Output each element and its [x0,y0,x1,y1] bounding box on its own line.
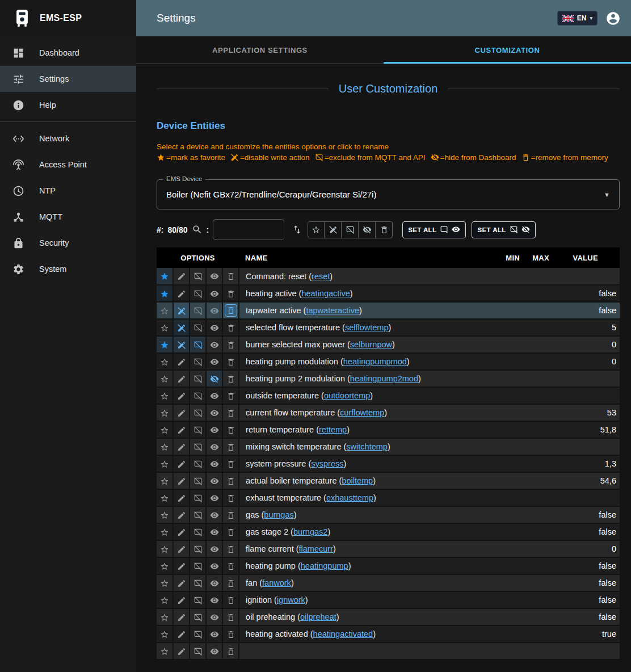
search-input[interactable] [213,219,284,240]
mqtt-exclude-toggle[interactable] [190,421,206,438]
mqtt-exclude-toggle[interactable] [190,353,206,370]
delete-toggle[interactable] [222,302,239,319]
delete-toggle[interactable] [222,268,239,285]
delete-toggle[interactable] [222,472,239,489]
edit-toggle[interactable] [173,574,190,591]
edit-toggle[interactable] [173,523,190,540]
device-select[interactable]: EMS Device Boiler (Nefit GBx72/Trendline… [157,179,620,209]
favorite-toggle[interactable] [157,455,173,472]
mqtt-exclude-toggle[interactable] [190,285,206,302]
favorite-toggle[interactable] [157,642,173,660]
mqtt-exclude-toggle[interactable] [190,370,206,387]
language-selector[interactable]: EN ▾ [557,11,598,26]
edit-toggle[interactable] [173,625,190,642]
favorite-toggle[interactable] [157,387,173,404]
account-icon[interactable] [605,11,621,26]
entity-shortname-link[interactable]: syspress [311,459,343,468]
entity-row[interactable]: burner selected max power (selburnpow)0 [157,336,620,353]
set-all-button-2[interactable]: SET ALL [472,221,535,238]
favorite-toggle[interactable] [157,404,173,421]
visibility-toggle[interactable] [206,608,222,625]
delete-toggle[interactable] [222,574,239,591]
favorite-toggle[interactable] [157,319,173,336]
favorite-toggle[interactable] [157,421,173,438]
edit-toggle[interactable] [173,642,190,660]
mqtt-exclude-toggle[interactable] [190,302,206,319]
delete-toggle[interactable] [222,370,239,387]
entity-row[interactable]: selected flow temperature (selflowtemp)5 [157,319,620,336]
mqtt-exclude-toggle[interactable] [190,489,206,506]
filter-toggle-edit-off[interactable] [325,221,342,238]
visibility-toggle[interactable] [206,506,222,523]
favorite-toggle[interactable] [157,302,173,319]
delete-toggle[interactable] [222,455,239,472]
entity-row[interactable]: flame current (flamecurr)0 [157,540,620,557]
edit-toggle[interactable] [173,489,190,506]
visibility-toggle[interactable] [206,523,222,540]
edit-toggle[interactable] [173,540,190,557]
favorite-toggle[interactable] [157,370,173,387]
sidebar-item-settings[interactable]: Settings [0,66,136,92]
delete-toggle[interactable] [222,489,239,506]
entity-shortname-link[interactable]: heatingactivated [313,629,373,639]
mqtt-exclude-toggle[interactable] [190,574,206,591]
entity-row[interactable]: heating pump (heatingpump)false [157,557,620,574]
favorite-toggle[interactable] [157,625,173,642]
delete-toggle[interactable] [222,506,239,523]
favorite-toggle[interactable] [157,557,173,574]
entity-row[interactable]: return temperature (rettemp)51,8 [157,421,620,438]
entity-shortname-link[interactable]: curflowtemp [340,408,384,417]
delete-toggle[interactable] [222,336,239,353]
entity-row[interactable]: tapwater active (tapwateractive)false [157,302,620,319]
edit-toggle[interactable] [173,506,190,523]
entity-row[interactable]: mixing switch temperature (switchtemp) [157,438,620,455]
edit-toggle[interactable] [173,421,190,438]
visibility-toggle[interactable] [206,489,222,506]
entity-row[interactable]: Command: reset (reset) [157,268,620,285]
entity-row[interactable]: outside temperature (outdoortemp) [157,387,620,404]
favorite-toggle[interactable] [157,336,173,353]
entity-shortname-link[interactable]: burngas [264,510,293,519]
delete-toggle[interactable] [222,438,239,455]
visibility-toggle[interactable] [206,302,222,319]
sort-icon[interactable] [292,224,302,235]
entity-row[interactable]: oil preheating (oilpreheat)false [157,608,620,625]
entity-shortname-link[interactable]: tapwateractive [306,306,359,315]
entity-shortname-link[interactable]: selburnpow [350,340,392,349]
sidebar-item-system[interactable]: System [0,256,136,282]
entity-row[interactable]: fan (fanwork)false [157,574,620,591]
sidebar-item-ntp[interactable]: NTP [0,178,136,204]
filter-toggle-eye-off[interactable] [359,221,376,238]
entity-shortname-link[interactable]: reset [312,272,330,281]
entity-shortname-link[interactable]: boiltemp [342,476,373,485]
favorite-toggle[interactable] [157,591,173,608]
favorite-toggle[interactable] [157,608,173,625]
visibility-toggle[interactable] [206,353,222,370]
visibility-toggle[interactable] [206,557,222,574]
favorite-toggle[interactable] [157,540,173,557]
visibility-toggle[interactable] [206,387,222,404]
delete-toggle[interactable] [222,540,239,557]
filter-toggle-delete[interactable] [376,221,393,238]
edit-toggle[interactable] [173,404,190,421]
mqtt-exclude-toggle[interactable] [190,540,206,557]
set-all-button-1[interactable]: SET ALL [402,221,466,238]
mqtt-exclude-toggle[interactable] [190,523,206,540]
edit-toggle[interactable] [173,557,190,574]
delete-toggle[interactable] [222,421,239,438]
visibility-toggle[interactable] [206,438,222,455]
favorite-toggle[interactable] [157,506,173,523]
delete-toggle[interactable] [222,523,239,540]
visibility-toggle[interactable] [206,574,222,591]
visibility-toggle[interactable] [206,455,222,472]
favorite-toggle[interactable] [157,353,173,370]
entity-shortname-link[interactable]: switchtemp [346,442,388,451]
entity-shortname-link[interactable]: flamecurr [299,544,333,553]
entity-row[interactable]: heating activated (heatingactivated)true [157,625,620,642]
edit-toggle[interactable] [173,319,190,336]
entity-shortname-link[interactable]: fanwork [262,578,291,587]
edit-toggle[interactable] [173,591,190,608]
edit-toggle[interactable] [173,608,190,625]
mqtt-exclude-toggle[interactable] [190,591,206,608]
visibility-toggle[interactable] [206,642,222,660]
